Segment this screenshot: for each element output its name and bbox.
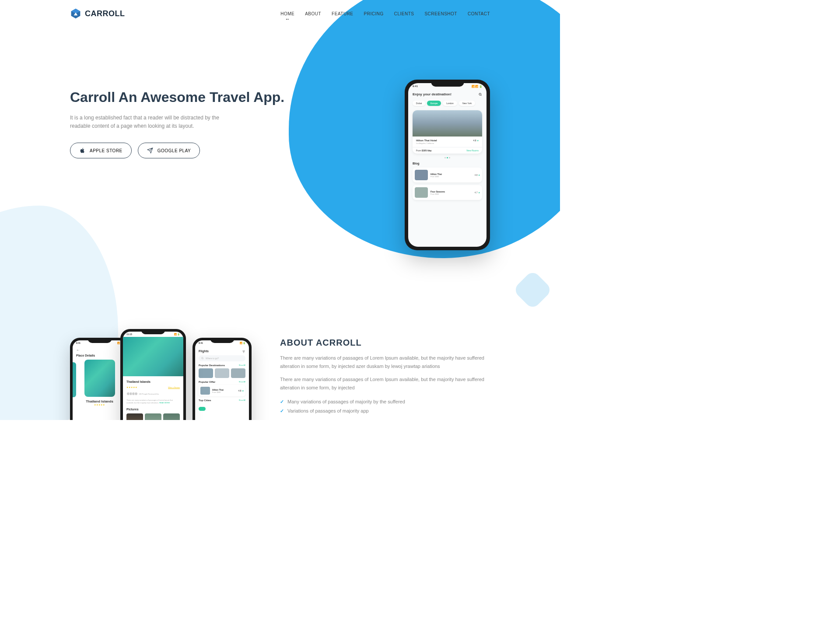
star-rating: ★★★★★ [126, 386, 137, 388]
offer-thumb [200, 387, 210, 395]
blog-heading: Blog [413, 162, 482, 165]
city-pill [199, 407, 206, 411]
blog-item: Four Seasons From $345 4.7 ★ [413, 185, 482, 200]
picture-grid [126, 413, 180, 420]
blog-price: From $345 [430, 193, 472, 195]
destination-thumb [215, 368, 229, 378]
svg-point-3 [479, 93, 481, 95]
paper-plane-icon [147, 147, 153, 154]
status-time: 9:41 [413, 85, 418, 88]
hero-phone-mockup: 9:41 📶 📶 🔋 Enjoy your destination! Dubai… [405, 80, 490, 250]
apple-icon [79, 147, 85, 154]
popular-offer-heading: Popular Offer [199, 381, 215, 383]
phone-notch [431, 80, 464, 87]
nav-contact[interactable]: CONTACT [468, 11, 490, 16]
hotel-card-footer: From $195 /day View Rooms [413, 147, 482, 154]
destination-tabs: Dubai Europe London New York [413, 101, 482, 106]
reviewer-avatars [126, 392, 137, 396]
destination-thumb [199, 368, 213, 378]
phone-screen: 9:41 📶 📶 🔋 Enjoy your destination! Dubai… [408, 83, 486, 247]
about-phone-center: 11:13📶 🔋 Thailand Islands ★★★★★ Write a … [120, 329, 186, 420]
carousel-dots [413, 157, 482, 158]
picture-thumb [126, 413, 143, 420]
check-icon: ✓ [280, 408, 284, 414]
place-title: Thailand Islands [76, 399, 123, 403]
write-review-link: Write a Review [168, 386, 180, 388]
nav-home[interactable]: HOME [280, 11, 294, 16]
carousel-prev-image [73, 362, 76, 397]
tab-newyork: New York [459, 101, 475, 106]
logo-text: CARROLL [85, 9, 125, 18]
filter-icon [242, 350, 245, 354]
hotel-price: From $195 /day [416, 149, 432, 152]
about-paragraph: There are many variations of passages of… [280, 354, 490, 370]
main-nav: HOME ABOUT FEATURE PRICING CLIENTS SCREE… [280, 11, 490, 16]
nav-clients[interactable]: CLIENTS [394, 11, 414, 16]
about-section: 9:41📶 🔋 ← Place Details Thailand Islands… [0, 250, 560, 420]
nav-pricing[interactable]: PRICING [364, 11, 384, 16]
google-play-label: GOOGLE PLAY [158, 148, 191, 153]
about-phone-right: 9:41📶 🔋 Flights Where to go? Popular Des… [192, 338, 252, 420]
search-placeholder: Where to go? [206, 357, 219, 360]
logo-icon [70, 8, 81, 19]
picture-thumb [145, 413, 161, 420]
svg-point-8 [202, 357, 203, 359]
popular-destinations-heading: Popular Destinations [199, 364, 225, 367]
tab-europe: Europe [427, 101, 441, 106]
nav-about[interactable]: ABOUT [305, 11, 321, 16]
back-arrow-icon: ← [76, 348, 123, 352]
blog-thumb [415, 170, 428, 180]
place-image [84, 360, 115, 397]
check-icon: ✓ [280, 399, 284, 405]
phone-notch [210, 338, 234, 343]
blog-price: From $345 [430, 175, 472, 178]
blog-rating: 4.8 ★ [475, 174, 480, 176]
flights-heading: Flights [199, 350, 209, 353]
offer-price: From $345 [212, 391, 236, 393]
search-input: Where to go? [199, 355, 245, 361]
tab-dubai: Dubai [413, 101, 425, 106]
pictures-heading: Pictures [126, 408, 180, 411]
nav-feature[interactable]: FEATURE [332, 11, 353, 16]
nav-screenshot[interactable]: SCREENSHOT [424, 11, 457, 16]
blog-item: Hilton Thai From $345 4.8 ★ [413, 168, 482, 182]
screen-heading: Enjoy your destination! [413, 92, 452, 96]
apple-store-button[interactable]: APPLE STORE [70, 143, 132, 158]
top-cities-heading: Top Cities [199, 399, 211, 402]
about-list-item: ✓Many variations of passages of majority… [280, 397, 490, 406]
search-icon [479, 93, 482, 96]
search-icon [201, 357, 204, 360]
hotel-card-rating: 4.8 ★ [473, 139, 479, 142]
picture-thumb [163, 413, 180, 420]
google-play-button[interactable]: GOOGLE PLAY [138, 143, 200, 158]
place-details-heading: Place Details [76, 354, 123, 357]
place-title: Thailand Islands [126, 380, 180, 383]
hotel-card-image [413, 110, 482, 136]
hotel-card-location: Los Angeles, California [416, 142, 479, 144]
show-all-link: Show All [239, 399, 245, 402]
apple-store-label: APPLE STORE [90, 148, 122, 153]
tab-london: London [443, 101, 457, 106]
blog-rating: 4.7 ★ [475, 191, 480, 194]
show-all-link: Show All [239, 381, 245, 383]
hero-subtitle: It is a long established fact that a rea… [70, 114, 236, 130]
blog-thumb [415, 187, 428, 198]
about-phones: 9:41📶 🔋 ← Place Details Thailand Islands… [70, 329, 254, 420]
phone-frame: 9:41 📶 📶 🔋 Enjoy your destination! Dubai… [405, 80, 490, 250]
status-icons: 📶 📶 🔋 [472, 85, 482, 88]
destination-thumb [231, 368, 245, 378]
offer-rating: 4.8 ★ [238, 389, 244, 392]
hotel-card: Hilton Thai Hotel Los Angeles, Californi… [413, 110, 482, 154]
hero-section: Carroll An Awesome Travel App. It is a l… [0, 27, 560, 250]
screen-heading-row: Enjoy your destination! [413, 92, 482, 96]
phone-notch [88, 338, 112, 343]
star-icon: ★ [478, 191, 480, 194]
star-icon: ★ [242, 389, 244, 392]
logo[interactable]: CARROLL [70, 8, 125, 19]
about-list-item: ✓Variations of passages of majority app [280, 406, 490, 416]
place-description: There are many variations of passages of… [126, 399, 180, 404]
show-all-link: Show All [239, 364, 245, 367]
view-rooms-link: View Rooms [466, 149, 479, 152]
offer-item: Hilton Thai From $345 4.8 ★ [199, 385, 245, 396]
hotel-card-title: Hilton Thai Hotel [416, 139, 479, 142]
